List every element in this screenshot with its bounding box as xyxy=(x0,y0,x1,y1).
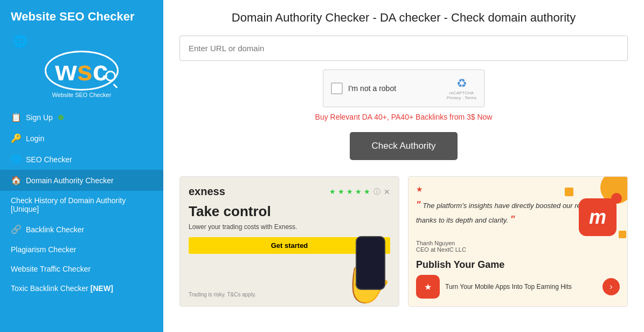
logo-search-handle xyxy=(113,84,117,88)
seo-checker-icon: 🌐 xyxy=(11,154,22,164)
captcha-right: ♻ reCAPTCHA Privacy - Terms xyxy=(447,77,476,100)
logo-letter-c: c xyxy=(93,57,108,85)
captcha-area: I'm not a robot ♻ reCAPTCHA Privacy - Te… xyxy=(179,70,628,107)
author-role: CEO at NextC LLC xyxy=(416,246,620,253)
toxic-backlink-label: Toxic Backlink Checker [NEW] xyxy=(11,284,113,293)
main-content: Domain Authority Checker - DA checker - … xyxy=(163,0,644,332)
ad-info-icon[interactable]: ⓘ xyxy=(373,187,380,197)
logo-letter-s: s xyxy=(77,57,93,85)
sidebar-item-plagiarism-checker[interactable]: Plagiarism Checker xyxy=(0,240,163,259)
captcha-checkbox[interactable] xyxy=(331,82,343,94)
sidebar-item-check-history[interactable]: Check History of Domain Authority [Uniqu… xyxy=(0,191,163,219)
login-label: Login xyxy=(26,134,44,143)
star-icon: ★ xyxy=(364,188,370,196)
sidebar-item-backlink-checker[interactable]: 🔗 Backlink Checker xyxy=(0,219,163,240)
wsc-logo-box: w s c xyxy=(45,51,118,91)
url-input[interactable] xyxy=(179,36,628,61)
website-traffic-label: Website Traffic Checker xyxy=(11,265,91,273)
domain-authority-icon: 🏠 xyxy=(11,175,22,185)
quote-content: The platform's insights have directly bo… xyxy=(416,202,602,224)
app-description: Turn Your Mobile Apps Into Top Earning H… xyxy=(445,283,597,290)
author-name: Thanh Nguyen xyxy=(416,240,620,246)
right-ad-content: m ★ ⓘ ✕ " The platform's insights have d… xyxy=(408,177,627,306)
wsc-logo: w s c Website SEO Checker xyxy=(45,51,118,98)
sidebar-item-website-traffic[interactable]: Website Traffic Checker xyxy=(0,259,163,279)
signup-badge xyxy=(58,115,64,120)
recaptcha-badge-bottom: Privacy - Terms xyxy=(447,95,476,100)
promo-text[interactable]: Buy Relevant DA 40+, PA40+ Backlinks fro… xyxy=(179,113,628,121)
deco-square-1 xyxy=(565,188,573,196)
ad-close-icon[interactable]: ✕ xyxy=(384,188,390,196)
backlink-label: Backlink Checker xyxy=(26,225,84,234)
seo-checker-label: SEO Checker xyxy=(26,155,72,164)
sidebar-item-seo-checker[interactable]: 🌐 SEO Checker xyxy=(0,149,163,170)
signup-icon: 📋 xyxy=(11,112,22,122)
page-title: Domain Authority Checker - DA checker - … xyxy=(179,11,628,25)
recaptcha-badge-top: reCAPTCHA xyxy=(449,91,474,95)
exness-title: Take control xyxy=(189,203,390,220)
quote-mark-close: " xyxy=(510,214,515,225)
signup-label: Sign Up xyxy=(26,113,53,122)
sidebar-title: Website SEO Checker xyxy=(0,0,163,29)
logo-area: 🌐 w s c Website SEO Checker xyxy=(0,29,163,107)
exness-stars: ★ ★ ★ ★ ★ xyxy=(329,188,370,196)
star-icon: ★ xyxy=(329,188,336,196)
right-ad-header: ★ ⓘ ✕ xyxy=(416,184,620,193)
backlink-icon: 🔗 xyxy=(11,224,22,234)
sidebar-item-login[interactable]: 🔑 Login xyxy=(0,128,163,149)
sidebar-item-signup[interactable]: 📋 Sign Up xyxy=(0,107,163,128)
ads-row: exness ★ ★ ★ ★ ★ ⓘ ✕ Take control xyxy=(179,176,628,307)
captcha-box: I'm not a robot ♻ reCAPTCHA Privacy - Te… xyxy=(323,70,484,107)
ad-exness: exness ★ ★ ★ ★ ★ ⓘ ✕ Take control xyxy=(179,176,399,307)
plagiarism-label: Plagiarism Checker xyxy=(11,245,76,254)
captcha-label: I'm not a robot xyxy=(348,84,396,93)
star-icon: ★ xyxy=(347,188,353,196)
right-ad-star-icon: ★ xyxy=(416,185,423,193)
app-icon-star: ★ xyxy=(424,282,432,292)
sidebar: Website SEO Checker 🌐 w s c Website SEO … xyxy=(0,0,163,332)
exness-header: exness ★ ★ ★ ★ ★ ⓘ ✕ xyxy=(189,185,390,198)
exness-brand: exness xyxy=(189,185,225,198)
recaptcha-logo-icon: ♻ xyxy=(456,77,467,91)
logo-letter-w: w xyxy=(55,57,77,85)
quote-mark-open: " xyxy=(416,199,421,210)
check-history-label: Check History of Domain Authority [Uniqu… xyxy=(11,196,153,213)
app-arrow-button[interactable]: › xyxy=(603,278,620,295)
app-icon-box: ★ xyxy=(416,275,440,299)
captcha-left: I'm not a robot xyxy=(331,82,396,94)
quote-author: Thanh Nguyen CEO at NextC LLC xyxy=(416,240,620,253)
right-ad-app-row: ★ Turn Your Mobile Apps Into Top Earning… xyxy=(416,275,620,299)
logo-subtitle: Website SEO Checker xyxy=(52,92,112,98)
domain-authority-label: Domain Authority Checker xyxy=(26,176,114,185)
logo-letter-c-wrap: c xyxy=(93,57,108,85)
logo-search-circle xyxy=(105,71,116,81)
globe-icon: 🌐 xyxy=(13,34,27,49)
star-icon: ★ xyxy=(355,188,362,196)
star-icon: ★ xyxy=(338,188,344,196)
check-authority-button[interactable]: Check Authority xyxy=(350,132,457,160)
login-icon: 🔑 xyxy=(11,133,22,143)
deco-square-2 xyxy=(619,231,626,238)
sidebar-item-domain-authority[interactable]: 🏠 Domain Authority Checker xyxy=(0,170,163,191)
m-app-icon: m xyxy=(579,198,617,236)
sidebar-nav: 📋 Sign Up 🔑 Login 🌐 SEO Checker 🏠 Domain… xyxy=(0,107,163,298)
sidebar-item-toxic-backlink[interactable]: Toxic Backlink Checker [NEW] xyxy=(0,279,163,298)
right-ad-title: Publish Your Game xyxy=(416,259,620,271)
ad-right: m ★ ⓘ ✕ " The platform's insights have d… xyxy=(408,176,628,307)
phone-illustration: 🤚 xyxy=(340,220,393,306)
